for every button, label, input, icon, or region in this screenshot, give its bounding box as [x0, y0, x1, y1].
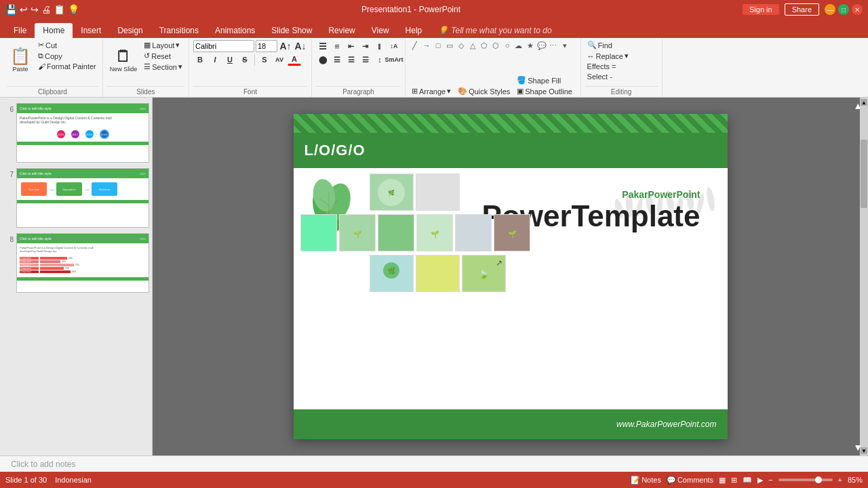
shape-more[interactable]: ⋯: [548, 40, 559, 51]
zoom-slider[interactable]: [778, 479, 833, 481]
print-icon[interactable]: 🖨: [41, 4, 51, 15]
redo-icon[interactable]: ↪: [31, 4, 39, 15]
tab-file[interactable]: File: [5, 23, 35, 38]
replace-button[interactable]: ↔ Replace ▾: [585, 51, 631, 61]
signin-button[interactable]: Sign in: [743, 4, 779, 15]
align-center-button[interactable]: ☰: [330, 54, 344, 66]
italic-button[interactable]: I: [208, 54, 222, 66]
effects-button[interactable]: Effects =: [585, 62, 631, 71]
layout-button[interactable]: ▦ Layout ▾: [142, 40, 184, 50]
quick-access-toolbar[interactable]: 💾 ↩ ↪ 🖨 📋 💡: [5, 4, 79, 15]
shape-dropdown[interactable]: ▾: [559, 40, 570, 51]
slide-thumbnail-8[interactable]: Click to edit title style □□□ PakarPower…: [16, 233, 149, 293]
scroll-up-arrow[interactable]: ▲: [861, 99, 867, 106]
minimize-button[interactable]: —: [825, 4, 835, 15]
convert-smartart-button[interactable]: SmArt: [387, 54, 401, 66]
shape-outline-button[interactable]: ▣ Shape Outline: [515, 86, 576, 96]
tab-home[interactable]: Home: [35, 23, 73, 38]
slide-item-8[interactable]: 8 Click to edit title style □□□ PakarPow…: [3, 233, 149, 293]
comments-button[interactable]: 💬 Comments: [667, 476, 713, 485]
vertical-scrollbar[interactable]: ▲ ▼: [860, 98, 868, 455]
tab-animations[interactable]: Animations: [207, 23, 263, 38]
char-spacing-button[interactable]: AV: [273, 54, 286, 66]
shape-round-rect[interactable]: ▭: [444, 40, 455, 51]
decrease-indent-button[interactable]: ⇤: [344, 40, 358, 52]
scroll-thumb[interactable]: [861, 140, 867, 208]
copy-button[interactable]: ⧉ Copy: [36, 51, 98, 61]
shape-oval[interactable]: ○: [502, 40, 513, 51]
tab-help[interactable]: Help: [397, 23, 431, 38]
scroll-down-button[interactable]: ▼: [853, 442, 863, 453]
notes-button[interactable]: 📝 Notes: [631, 476, 661, 485]
zoom-in-button[interactable]: +: [838, 476, 842, 484]
justify-button[interactable]: ☰: [359, 54, 372, 66]
decrease-font-button[interactable]: A↓: [294, 40, 307, 52]
shape-fill-button[interactable]: 🪣 Shape Fill: [515, 75, 576, 85]
paste-button[interactable]: 📋 Paste: [7, 40, 34, 81]
bullets-button[interactable]: ☰: [316, 40, 330, 52]
shape-hexagon[interactable]: ⬡: [490, 40, 501, 51]
close-button[interactable]: ✕: [852, 4, 863, 15]
tab-slideshow[interactable]: Slide Show: [263, 23, 320, 38]
clipboard-icon[interactable]: 📋: [54, 4, 65, 15]
slide-show-button[interactable]: ▶: [757, 476, 763, 485]
tab-design[interactable]: Design: [109, 23, 151, 38]
shape-star[interactable]: ★: [525, 40, 536, 51]
shape-arrow[interactable]: →: [421, 40, 432, 51]
reset-button[interactable]: ↺ Reset: [142, 51, 184, 61]
shape-line[interactable]: ╱: [410, 40, 420, 51]
font-size-input[interactable]: [256, 40, 277, 52]
numbering-button[interactable]: ≡: [330, 40, 344, 52]
font-name-input[interactable]: [193, 40, 254, 52]
normal-view-button[interactable]: ▦: [719, 476, 726, 485]
shape-rect[interactable]: □: [433, 40, 443, 51]
align-right-button[interactable]: ☰: [344, 54, 358, 66]
section-button[interactable]: ☰ Section ▾: [142, 62, 184, 72]
reading-view-button[interactable]: 📖: [743, 476, 752, 485]
quick-styles-button[interactable]: 🎨 Quick Styles: [456, 75, 512, 98]
increase-indent-button[interactable]: ⇥: [359, 40, 372, 52]
shape-cloud[interactable]: ☁: [513, 40, 524, 51]
slide-item-7[interactable]: 7 Click to edit title style □□□ Text her…: [3, 168, 149, 228]
help-icon[interactable]: 💡: [68, 4, 79, 15]
shape-diamond[interactable]: ◇: [456, 40, 467, 51]
slide-sorter-button[interactable]: ⊞: [731, 476, 737, 485]
share-button[interactable]: Share: [785, 3, 819, 16]
notes-placeholder[interactable]: Click to add notes: [11, 460, 75, 469]
tab-view[interactable]: View: [363, 23, 397, 38]
language-button[interactable]: Indonesian: [55, 476, 92, 484]
font-color-button[interactable]: A: [288, 54, 301, 66]
shadow-button[interactable]: S: [258, 54, 271, 66]
timeline-dot-1: 2016: [57, 130, 65, 138]
tab-review[interactable]: Review: [320, 23, 363, 38]
save-icon[interactable]: 💾: [5, 4, 17, 15]
align-left-button[interactable]: ⬤: [316, 54, 330, 66]
find-button[interactable]: 🔍 Find: [585, 40, 631, 50]
zoom-out-button[interactable]: −: [768, 476, 772, 484]
tab-transitions[interactable]: Transitions: [151, 23, 207, 38]
underline-button[interactable]: U: [223, 54, 237, 66]
bold-button[interactable]: B: [193, 54, 207, 66]
format-painter-button[interactable]: 🖌 Format Painter: [36, 62, 98, 71]
select-button[interactable]: Select -: [585, 72, 631, 81]
text-direction-button[interactable]: ↕A: [387, 40, 401, 52]
tab-insert[interactable]: Insert: [73, 23, 109, 38]
shape-triangle[interactable]: △: [467, 40, 478, 51]
tab-tell-me[interactable]: 💡 Tell me what you want to do: [430, 23, 559, 38]
slide-canvas[interactable]: L/O/G/O: [294, 114, 728, 439]
undo-icon[interactable]: ↩: [20, 4, 28, 15]
increase-font-button[interactable]: A↑: [279, 40, 292, 52]
new-slide-button[interactable]: 🗒 New Slide: [107, 40, 140, 81]
zoom-thumb[interactable]: [815, 476, 822, 483]
slide-item-6[interactable]: 6 Click to edit title style □□□ PakarPow…: [3, 103, 149, 163]
shape-pentagon[interactable]: ⬠: [479, 40, 490, 51]
arrange-button[interactable]: ⊞ Arrange ▾: [410, 75, 453, 98]
slide-thumbnail-6[interactable]: Click to edit title style □□□ PakarPower…: [16, 103, 149, 163]
notes-bar[interactable]: Click to add notes: [0, 455, 868, 472]
strikethrough-button[interactable]: S: [238, 54, 252, 66]
maximize-button[interactable]: □: [838, 4, 849, 15]
shape-callout[interactable]: 💬: [536, 40, 547, 51]
slide-thumbnail-7[interactable]: Click to edit title style □□□ Text here …: [16, 168, 149, 228]
columns-button[interactable]: ⫿: [373, 40, 387, 52]
cut-button[interactable]: ✂ Cut: [36, 40, 98, 50]
